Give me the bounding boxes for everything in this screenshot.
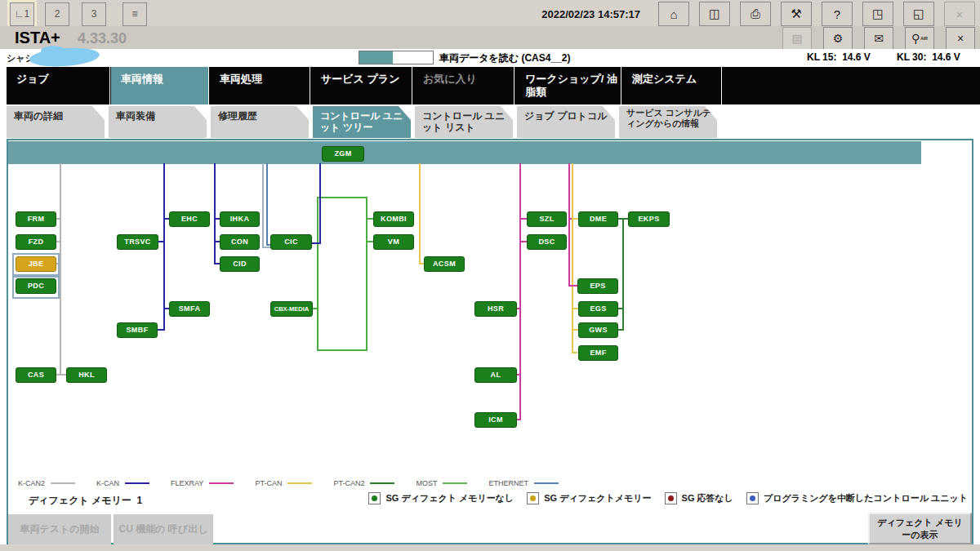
sub-tab-repair-history[interactable]: 修理履歴 [211, 106, 309, 138]
ecu-node-trsvc[interactable]: TRSVC [117, 234, 158, 250]
start-vehicle-test-button[interactable]: 車両テストの開始 [8, 514, 111, 544]
document-icon-button[interactable]: ▤ [782, 27, 812, 50]
status-row: シャシ-No. 車両データを読む (CAS4__2) KL 15: 14.6 V… [0, 49, 980, 67]
main-tab-favorites[interactable]: お気に入り [413, 67, 514, 104]
bus-legend-swatch [370, 482, 394, 484]
bus-legend-swatch [443, 482, 467, 484]
help-icon: ? [834, 7, 840, 21]
app-version: 4.33.30 [78, 30, 127, 47]
ecu-node-ihka[interactable]: IHKA [220, 211, 260, 227]
tools-icon-button[interactable]: ⚒ [781, 2, 812, 26]
help-icon-button[interactable]: ? [822, 2, 853, 26]
close-icon: × [956, 7, 964, 21]
status-legend-item-2: SG 応答なし [665, 492, 733, 504]
ecu-node-con[interactable]: CON [220, 234, 260, 250]
close-icon-button[interactable]: × [946, 27, 975, 50]
status-legend-label: SG ディフェクト メモリーなし [385, 492, 514, 504]
main-tab-measuring-system[interactable]: 測定システム [622, 67, 722, 104]
ecu-node-smfa[interactable]: SMFA [169, 301, 210, 317]
ecu-node-eps[interactable]: EPS [577, 278, 618, 294]
minimize-window-icon-button[interactable]: ◳ [862, 2, 893, 26]
bus-legend-label: K-CAN2 [18, 479, 45, 487]
restore-window-icon-button[interactable]: ◱ [903, 2, 934, 26]
ecu-status-legend: SG ディフェクト メモリーなしSG ディフェクトメモリーSG 応答なしプログラ… [368, 492, 968, 504]
main-tab-workshop-oils[interactable]: ワークショップ/ 油脂類 [515, 67, 621, 104]
sub-tab-service-consulting-info[interactable]: サービス コンサルティングからの情報 [619, 106, 717, 138]
title-bar: ISTA+ 4.33.30 ▤⚙✉⚲AIR× [0, 26, 980, 49]
progress-fill [359, 51, 393, 64]
bus-line-kcan [158, 329, 163, 331]
main-tab-vehicle-info[interactable]: 車両情報 [111, 67, 209, 104]
bus-legend-label: PT-CAN [255, 479, 282, 487]
status-legend-label: SG ディフェクトメモリー [544, 492, 651, 504]
ecu-node-frm[interactable]: FRM [16, 211, 56, 227]
bus-line-flexray [521, 241, 527, 242]
main-tab-job[interactable]: ジョブ [7, 67, 110, 104]
bus-legend-label: MOST [416, 479, 437, 487]
minimize-window-icon: ◳ [872, 7, 884, 21]
ecu-node-hkl[interactable]: HKL [66, 367, 107, 383]
kl15-voltage: KL 15: 14.6 V [807, 51, 871, 63]
ecu-node-egs[interactable]: EGS [578, 301, 618, 317]
view-button-3[interactable]: 3 [82, 2, 106, 26]
close-icon-button[interactable]: × [944, 2, 975, 26]
bus-line-ethernet2 [266, 163, 268, 246]
toolbar-row1: ⌂◫⎙⚒?◳◱× [658, 2, 975, 26]
sub-tab-control-unit-list[interactable]: コントロール ユニット リスト [415, 106, 513, 138]
view-button-2[interactable]: 2 [45, 2, 69, 26]
status-dot-box [665, 492, 677, 504]
ecu-node-jbe[interactable]: JBE [16, 256, 56, 272]
ecu-node-smbf[interactable]: SMBF [117, 322, 158, 338]
printer-icon: ⎙ [751, 7, 760, 21]
ecu-node-dme[interactable]: DME [578, 211, 618, 227]
ecu-node-cic[interactable]: CIC [270, 234, 312, 250]
sub-tab-vehicle-details[interactable]: 車両の詳細 [7, 106, 105, 138]
kl30-voltage: KL 30: 14.6 V [897, 51, 960, 63]
ecu-node-cas[interactable]: CAS [16, 367, 56, 383]
mail-icon-button[interactable]: ✉ [864, 27, 893, 50]
ecu-node-szl[interactable]: SZL [527, 211, 567, 227]
ecu-node-al[interactable]: AL [474, 367, 517, 383]
ecu-node-ehc[interactable]: EHC [169, 211, 210, 227]
ecu-node-acsm[interactable]: ACSM [424, 256, 465, 272]
bus-line-flexray [568, 163, 570, 287]
bus-legend-item-k-can2: K-CAN2 [18, 479, 75, 487]
view-button-≡[interactable]: ≡ [122, 2, 147, 26]
ecu-node-cbx-media[interactable]: CBX-MEDIA [270, 301, 313, 317]
ecu-node-vm[interactable]: VM [373, 234, 414, 250]
hu-connector-icon-button[interactable]: ◫ [699, 2, 730, 26]
sub-tab-control-unit-tree[interactable]: コントロール ユニット ツリー [313, 106, 411, 138]
ecu-node-hsr[interactable]: HSR [474, 301, 517, 317]
ecu-node-kombi[interactable]: KOMBI [373, 211, 414, 227]
progress-bar [359, 51, 434, 64]
main-tab-service-plan[interactable]: サービス プラン [311, 67, 412, 104]
app-title: ISTA+ [15, 29, 60, 47]
ecu-node-zgm[interactable]: ZGM [322, 146, 364, 162]
home-icon-button[interactable]: ⌂ [658, 2, 689, 26]
ecu-node-emf[interactable]: EMF [578, 345, 618, 361]
sub-tab-job-protocol[interactable]: ジョブ プロトコル [517, 106, 615, 138]
ecu-node-pdc[interactable]: PDC [16, 278, 56, 294]
show-defect-memory-button[interactable]: ディフェクト メモリーの表示 [868, 513, 972, 544]
ecu-node-gws[interactable]: GWS [578, 322, 618, 338]
view-button-1[interactable]: ∟1 [10, 2, 34, 26]
ecu-node-dsc[interactable]: DSC [527, 234, 567, 250]
call-cu-functions-button[interactable]: CU 機能の 呼び出し [114, 514, 213, 544]
ecu-node-ekps[interactable]: EKPS [628, 211, 670, 227]
ecu-node-icm[interactable]: ICM [474, 412, 517, 428]
ecu-node-cid[interactable]: CID [220, 256, 260, 272]
bus-line-kcan [214, 163, 216, 264]
bus-line-flexray [568, 285, 577, 287]
sub-tab-vehicle-equipment[interactable]: 車両装備 [109, 106, 207, 138]
tree-root-bus-band [8, 141, 921, 164]
status-legend-item-0: SG ディフェクト メモリーなし [368, 492, 514, 504]
settings-gear-icon-button[interactable]: ⚙ [823, 27, 853, 50]
air-search-icon-button[interactable]: ⚲AIR [905, 27, 934, 50]
bus-line-ethernet1 [264, 247, 270, 248]
restore-window-icon: ◱ [913, 7, 924, 21]
bus-legend-item-pt-can: PT-CAN [255, 479, 312, 487]
printer-icon-button[interactable]: ⎙ [740, 2, 771, 26]
main-tab-vehicle-management[interactable]: 車両処理 [210, 67, 310, 104]
bus-line-kcan [158, 241, 163, 242]
ecu-node-fzd[interactable]: FZD [16, 234, 56, 250]
